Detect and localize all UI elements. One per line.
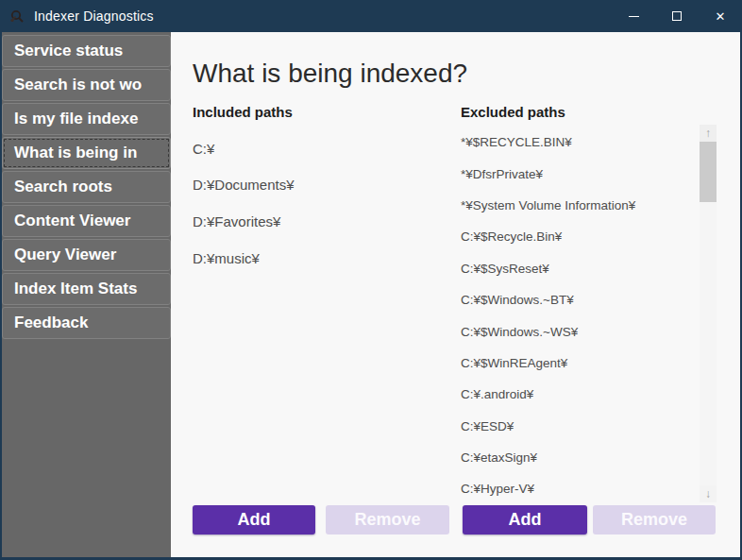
window-body: Service status Search is not wo Is my fi… (2, 32, 740, 557)
sidebar-item-label: Index Item Stats (14, 280, 137, 298)
included-path-item[interactable]: C:¥ (193, 130, 429, 167)
sidebar-item-label: Query Viewer (14, 246, 116, 264)
sidebar-item[interactable]: Content Viewer (2, 205, 171, 237)
sidebar-item[interactable]: Search roots (2, 171, 171, 203)
sidebar-item[interactable]: Is my file indexe (2, 103, 171, 135)
sidebar-item[interactable]: Query Viewer (2, 239, 171, 271)
excluded-path-item[interactable]: C:¥$Windows.~WS¥ (461, 315, 687, 347)
add-included-path-button[interactable]: Add (193, 505, 315, 535)
app-window: Indexer Diagnostics ✕ Service status S (0, 0, 742, 560)
included-path-item[interactable]: D:¥Documents¥ (193, 167, 429, 204)
app-icon (9, 8, 25, 25)
excluded-path-item[interactable]: *¥DfsrPrivate¥ (461, 158, 687, 189)
excluded-path-item[interactable]: C:¥etaxSign¥ (461, 442, 687, 473)
excluded-path-item[interactable]: C:¥$SysReset¥ (461, 253, 687, 284)
sidebar-item-label: Service status (14, 42, 123, 60)
page-title: What is being indexed? (193, 59, 467, 89)
excluded-path-item[interactable]: C:¥$Recycle.Bin¥ (461, 221, 687, 252)
included-paths-list: C:¥ D:¥Documents¥ D:¥Favorites¥ D:¥music… (193, 130, 429, 276)
sidebar-item[interactable]: Search is not wo (2, 69, 171, 101)
excluded-paths-list: *¥$RECYCLE.BIN¥ *¥DfsrPrivate¥ *¥System … (461, 127, 687, 505)
add-excluded-path-button[interactable]: Add (463, 505, 587, 535)
arrow-down-icon: ↓ (705, 488, 711, 500)
sidebar-item-label: Search is not wo (14, 76, 142, 94)
sidebar-item[interactable]: Index Item Stats (2, 273, 171, 305)
excluded-paths-label: Excluded paths (461, 104, 565, 120)
scroll-up-button[interactable]: ↑ (700, 125, 717, 142)
minimize-button[interactable] (612, 0, 655, 32)
minimize-icon (629, 16, 639, 17)
close-icon: ✕ (716, 10, 726, 23)
sidebar-item-label: Search roots (14, 178, 112, 196)
sidebar-item-label: Content Viewer (14, 212, 130, 230)
remove-excluded-path-button[interactable]: Remove (593, 505, 716, 535)
included-path-item[interactable]: D:¥music¥ (193, 240, 429, 277)
remove-included-path-button[interactable]: Remove (326, 505, 449, 535)
sidebar-item[interactable]: What is being in (2, 137, 171, 169)
excluded-path-item[interactable]: C:¥$Windows.~BT¥ (461, 284, 687, 315)
excluded-path-item[interactable]: *¥$RECYCLE.BIN¥ (461, 127, 687, 158)
excluded-path-item[interactable]: C:¥ESD¥ (461, 411, 687, 442)
close-button[interactable]: ✕ (699, 0, 742, 32)
sidebar-item-label: What is being in (14, 144, 137, 162)
excluded-path-item[interactable]: C:¥$WinREAgent¥ (461, 348, 687, 379)
excluded-path-item[interactable]: C:¥.android¥ (461, 379, 687, 410)
window-title: Indexer Diagnostics (34, 8, 154, 24)
maximize-button[interactable] (655, 0, 699, 32)
sidebar: Service status Search is not wo Is my fi… (2, 32, 171, 557)
excluded-list-scrollbar[interactable]: ↑ ↓ (700, 125, 717, 502)
sidebar-item-label: Is my file indexe (14, 110, 138, 128)
sidebar-item[interactable]: Service status (2, 35, 171, 67)
sidebar-item[interactable]: Feedback (2, 307, 171, 339)
scroll-down-button[interactable]: ↓ (700, 485, 717, 502)
titlebar: Indexer Diagnostics ✕ (0, 0, 742, 32)
sidebar-item-label: Feedback (14, 314, 88, 332)
window-controls: ✕ (612, 0, 742, 32)
included-path-item[interactable]: D:¥Favorites¥ (193, 203, 429, 240)
scrollbar-thumb[interactable] (700, 142, 717, 202)
excluded-path-item[interactable]: C:¥Hyper-V¥ (461, 473, 687, 504)
main-panel: What is being indexed? Included paths Ex… (171, 32, 740, 557)
maximize-icon (672, 11, 682, 21)
arrow-up-icon: ↑ (705, 127, 711, 139)
included-paths-label: Included paths (193, 104, 293, 120)
excluded-path-item[interactable]: *¥System Volume Information¥ (461, 190, 687, 221)
